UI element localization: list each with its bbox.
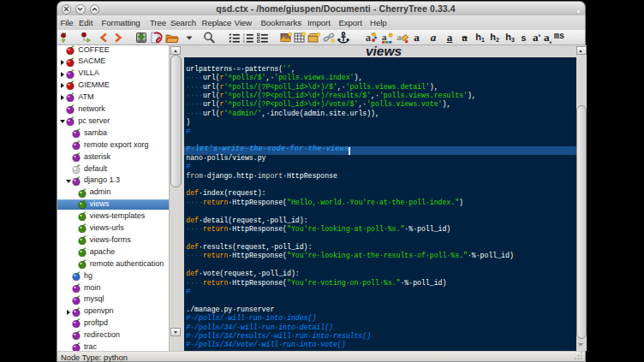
svg-text:a: a — [382, 32, 387, 42]
svg-text:a: a — [397, 32, 402, 42]
svg-text:3: 3 — [242, 40, 244, 44]
svg-text:a: a — [366, 32, 371, 44]
